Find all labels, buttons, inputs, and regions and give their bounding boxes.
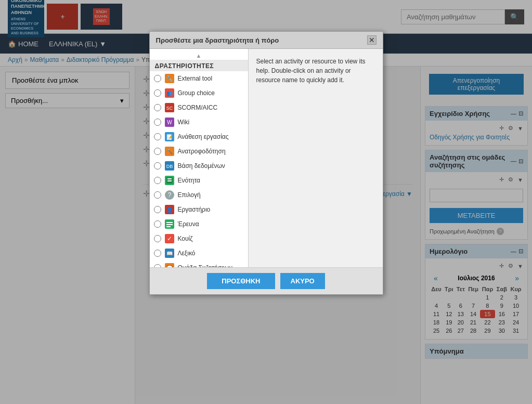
modal-body: ▲ ΔΡΑΣΤΗΡΙΟΤΗΤΕΣ 🔧External tool👥Group ch… (150, 49, 383, 267)
activity-list: 🔧External tool👥Group choiceSCSCORM/AICCW… (150, 71, 248, 267)
feedback-icon: 🔨 (164, 146, 175, 157)
list-item[interactable]: ✓Κουίζ (150, 231, 248, 246)
glossary-label: Λεξικό (178, 250, 196, 257)
list-item[interactable]: 📝Ανάθεση εργασίας (150, 129, 248, 144)
modal-title: Προσθέστε μια δραστηριότητα ή πόρο (156, 36, 279, 44)
svg-text:👤: 👤 (166, 206, 173, 213)
radio-unit[interactable] (154, 177, 161, 184)
survey-icon (164, 219, 175, 229)
svg-rect-26 (166, 224, 173, 225)
radio-external_tool[interactable] (154, 75, 161, 82)
radio-assignment[interactable] (154, 133, 161, 140)
wiki-label: Wiki (178, 119, 190, 126)
database-icon: DB (164, 161, 175, 171)
modal-overlay: Προσθέστε μια δραστηριότητα ή πόρο ✕ ▲ Δ… (0, 0, 532, 404)
unit-icon (164, 175, 175, 186)
external_tool-label: External tool (178, 75, 213, 82)
modal-header: Προσθέστε μια δραστηριότητα ή πόρο ✕ (150, 32, 383, 49)
glossary-icon: 📖 (164, 248, 175, 258)
modal-scroll-up: ▲ (150, 51, 248, 60)
modal-help-area: Select an activity or resource to view i… (249, 49, 383, 267)
svg-text:DB: DB (166, 164, 173, 169)
workshop-icon: 👤 (164, 204, 175, 215)
assignment-icon: 📝 (164, 132, 175, 142)
forum-icon: 💬 (164, 263, 175, 267)
svg-text:✓: ✓ (167, 235, 172, 242)
choice-label: Επιλογή (178, 191, 201, 199)
quiz-icon: ✓ (164, 233, 175, 244)
svg-text:🔧: 🔧 (166, 75, 173, 82)
list-item[interactable]: WWiki (150, 115, 248, 129)
survey-label: Έρευνα (178, 220, 199, 228)
activity-modal: Προσθέστε μια δραστηριότητα ή πόρο ✕ ▲ Δ… (149, 31, 383, 295)
group_choice-label: Group choice (178, 89, 215, 97)
list-item[interactable]: 👥Group choice (150, 86, 248, 100)
svg-text:📝: 📝 (166, 134, 173, 140)
list-item[interactable]: Έρευνα (150, 217, 248, 231)
svg-text:📖: 📖 (166, 250, 173, 257)
list-item[interactable]: 💬Ομάδα Συζητήσεων (150, 260, 248, 267)
modal-close-button[interactable]: ✕ (367, 35, 377, 45)
svg-text:SC: SC (166, 106, 173, 111)
unit-label: Ενότητα (178, 177, 200, 184)
list-item[interactable]: 👤Εργαστήριο (150, 202, 248, 217)
wiki-icon: W (164, 117, 175, 127)
list-item[interactable]: 📖Λεξικό (150, 246, 248, 260)
svg-text:💬: 💬 (166, 265, 173, 267)
scorm-label: SCORM/AICC (178, 104, 218, 111)
radio-forum[interactable] (154, 264, 161, 267)
modal-add-button[interactable]: ΠΡΟΣΘΗΚΗ (207, 273, 275, 289)
radio-database[interactable] (154, 162, 161, 170)
choice-icon: ? (164, 190, 175, 200)
modal-cancel-button[interactable]: ΑΚΥΡΟ (280, 273, 325, 289)
database-label: Βάση δεδομένων (178, 162, 225, 170)
svg-text:?: ? (167, 191, 171, 199)
radio-choice[interactable] (154, 191, 161, 199)
feedback-label: Ανατροφοδότηση (178, 148, 226, 155)
list-item[interactable]: ?Επιλογή (150, 188, 248, 202)
list-item[interactable]: 🔨Ανατροφοδότηση (150, 144, 248, 159)
radio-survey[interactable] (154, 220, 161, 228)
svg-rect-25 (166, 222, 173, 223)
radio-wiki[interactable] (154, 119, 161, 126)
svg-rect-19 (167, 180, 172, 181)
radio-quiz[interactable] (154, 235, 161, 242)
list-item[interactable]: 🔧External tool (150, 71, 248, 86)
modal-footer: ΠΡΟΣΘΗΚΗ ΑΚΥΡΟ (150, 267, 383, 294)
radio-glossary[interactable] (154, 250, 161, 257)
activities-section-header: ΔΡΑΣΤΗΡΙΟΤΗΤΕΣ (150, 60, 248, 71)
quiz-label: Κουίζ (178, 235, 193, 242)
modal-activity-list: ▲ ΔΡΑΣΤΗΡΙΟΤΗΤΕΣ 🔧External tool👥Group ch… (150, 49, 249, 267)
assignment-label: Ανάθεση εργασίας (178, 133, 229, 140)
svg-text:W: W (167, 120, 172, 125)
forum-label: Ομάδα Συζητήσεων (178, 264, 232, 267)
radio-scorm[interactable] (154, 104, 161, 111)
radio-feedback[interactable] (154, 148, 161, 155)
svg-text:🔨: 🔨 (166, 148, 173, 155)
svg-rect-27 (166, 226, 171, 227)
group_choice-icon: 👥 (164, 88, 175, 98)
list-item[interactable]: Ενότητα (150, 173, 248, 188)
external_tool-icon: 🔧 (164, 73, 175, 84)
workshop-label: Εργαστήριο (178, 206, 211, 213)
list-item[interactable]: DBΒάση δεδομένων (150, 159, 248, 173)
list-item[interactable]: SCSCORM/AICC (150, 100, 248, 115)
scorm-icon: SC (164, 102, 175, 113)
radio-group_choice[interactable] (154, 89, 161, 97)
svg-text:👥: 👥 (166, 90, 173, 97)
modal-help-text: Select an activity or resource to view i… (256, 57, 375, 85)
svg-rect-18 (167, 178, 172, 179)
radio-workshop[interactable] (154, 206, 161, 213)
